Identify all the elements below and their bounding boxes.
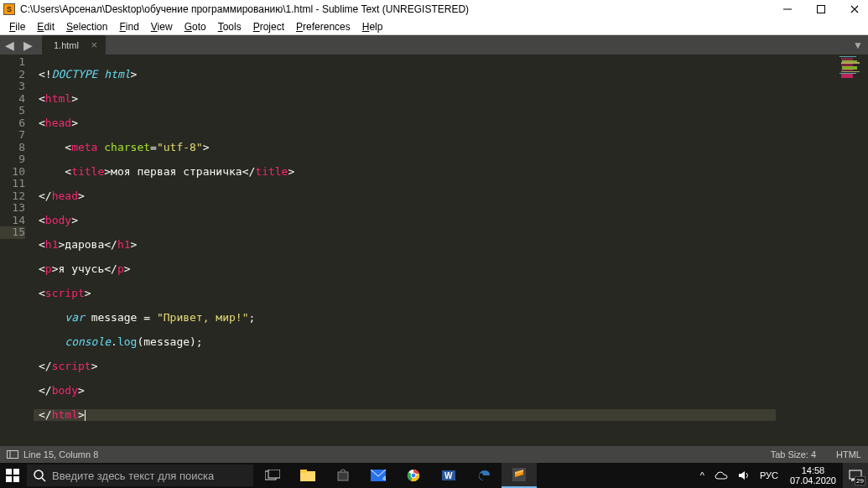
taskbar-app-store[interactable]	[325, 463, 361, 488]
taskbar-app-chrome[interactable]	[396, 463, 431, 488]
window-titlebar: S C:\Users\Арсенал\Desktop\обучение прог…	[0, 0, 868, 18]
line-number: 14	[0, 215, 25, 227]
menu-help[interactable]: Help	[356, 19, 389, 34]
svg-rect-7	[13, 469, 19, 475]
svg-text:4: 4	[382, 475, 386, 481]
line-number: 10	[0, 166, 25, 179]
nav-forward-button[interactable]: ▶	[20, 38, 35, 53]
taskbar-app-edge[interactable]	[466, 463, 502, 488]
svg-text:W: W	[444, 471, 453, 480]
menu-bar: File Edit Selection Find View Goto Tools…	[0, 18, 868, 35]
status-position: Line 15, Column 8	[23, 449, 98, 459]
line-number: 9	[0, 153, 25, 166]
svg-point-20	[411, 473, 416, 478]
svg-rect-16	[338, 472, 348, 480]
taskbar-app-sublime[interactable]	[502, 463, 537, 488]
line-number: 1	[0, 56, 25, 69]
svg-point-10	[34, 470, 43, 479]
status-language[interactable]: HTML	[836, 449, 861, 459]
menu-goto[interactable]: Goto	[179, 19, 212, 34]
tab-dropdown-icon[interactable]: ▼	[853, 39, 863, 51]
svg-rect-13	[268, 470, 280, 478]
windows-taskbar: Введите здесь текст для поиска 4 W ^ РУС…	[0, 463, 868, 488]
line-number: 12	[0, 190, 25, 203]
svg-rect-8	[6, 476, 12, 482]
notification-badge: 29	[855, 476, 865, 485]
menu-find[interactable]: Find	[113, 19, 144, 34]
file-tab[interactable]: 1.html ×	[42, 35, 106, 55]
panel-switcher-icon[interactable]	[7, 449, 18, 460]
line-number: 8	[0, 142, 25, 154]
tab-close-icon[interactable]: ×	[91, 39, 97, 51]
line-number: 11	[0, 178, 25, 190]
tray-language[interactable]: РУС	[755, 470, 783, 480]
minimap-preview	[839, 56, 863, 78]
text-cursor	[85, 410, 86, 421]
line-number: 13	[0, 202, 25, 215]
line-gutter: 1 2 3 4 5 6 7 8 9 10 11 12 13 14 15	[0, 55, 34, 446]
tab-bar: ◀ ▶ 1.html × ▼	[0, 35, 868, 55]
taskbar-app-mail[interactable]: 4	[361, 463, 396, 488]
svg-rect-1	[818, 6, 825, 13]
menu-project[interactable]: Project	[247, 19, 290, 34]
line-number: 4	[0, 93, 25, 106]
menu-edit[interactable]: Edit	[31, 19, 60, 34]
svg-rect-15	[300, 470, 307, 473]
minimize-button[interactable]	[781, 3, 794, 16]
svg-rect-6	[6, 469, 12, 475]
line-number: 3	[0, 80, 25, 93]
tab-label: 1.html	[54, 40, 79, 50]
line-number: 6	[0, 117, 25, 130]
start-button[interactable]	[0, 463, 25, 488]
taskbar-app-word[interactable]: W	[431, 463, 466, 488]
menu-selection[interactable]: Selection	[60, 19, 113, 34]
status-tabsize[interactable]: Tab Size: 4	[771, 449, 816, 459]
close-button[interactable]	[848, 3, 861, 16]
code-content[interactable]: <!DOCTYPE html> <html> <head> <meta char…	[34, 55, 776, 446]
svg-rect-4	[8, 451, 18, 459]
line-number: 15	[0, 226, 25, 239]
line-number: 2	[0, 69, 25, 81]
system-tray: ^ РУС 14:58 07.04.2020 29	[695, 463, 868, 488]
svg-rect-9	[13, 476, 19, 482]
nav-back-button[interactable]: ◀	[2, 38, 17, 53]
tray-time: 14:58	[790, 465, 836, 475]
window-title: C:\Users\Арсенал\Desktop\обучение програ…	[20, 3, 781, 15]
task-view-button[interactable]	[255, 463, 290, 488]
app-icon: S	[3, 3, 15, 15]
svg-line-11	[42, 478, 45, 481]
line-number: 5	[0, 105, 25, 117]
menu-preferences[interactable]: Preferences	[290, 19, 356, 34]
tray-onedrive-icon[interactable]	[709, 470, 733, 480]
minimap[interactable]	[776, 55, 868, 446]
status-bar: Line 15, Column 8 Tab Size: 4 HTML	[0, 446, 868, 463]
tray-notifications-icon[interactable]: 29	[843, 463, 868, 488]
tray-clock[interactable]: 14:58 07.04.2020	[783, 465, 843, 485]
menu-tools[interactable]: Tools	[212, 19, 247, 34]
line-number: 7	[0, 129, 25, 142]
editor-area: 1 2 3 4 5 6 7 8 9 10 11 12 13 14 15 <!DO…	[0, 55, 868, 446]
taskbar-app-explorer[interactable]	[290, 463, 325, 488]
menu-view[interactable]: View	[145, 19, 179, 34]
taskbar-search[interactable]: Введите здесь текст для поиска	[27, 465, 253, 486]
menu-file[interactable]: File	[3, 19, 31, 34]
search-icon	[27, 469, 52, 482]
maximize-button[interactable]	[814, 3, 828, 16]
tray-date: 07.04.2020	[790, 475, 836, 485]
search-placeholder: Введите здесь текст для поиска	[52, 470, 214, 482]
tray-overflow-icon[interactable]: ^	[695, 470, 709, 480]
tray-volume-icon[interactable]	[733, 470, 755, 481]
